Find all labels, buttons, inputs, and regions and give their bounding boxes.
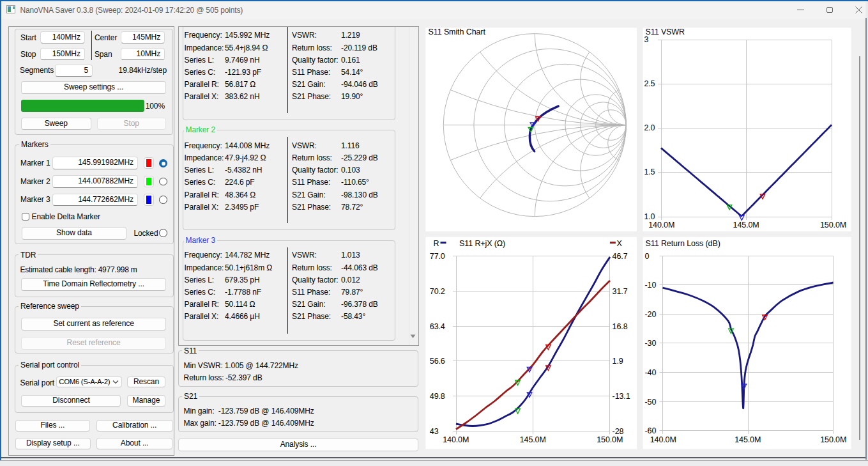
svg-text:16.8: 16.8 <box>613 322 628 331</box>
svg-text:145.0M: 145.0M <box>520 435 546 444</box>
svg-text:0: 0 <box>645 252 650 261</box>
svg-text:-60: -60 <box>645 426 657 435</box>
svg-text:2.0: 2.0 <box>644 123 655 132</box>
svg-text:2.5: 2.5 <box>644 79 655 88</box>
svg-text:140.0M: 140.0M <box>650 435 676 444</box>
svg-text:S11 Return Loss (dB): S11 Return Loss (dB) <box>646 239 720 248</box>
svg-text:150.0M: 150.0M <box>820 221 846 229</box>
svg-text:3: 3 <box>644 35 648 44</box>
svg-text:77.0: 77.0 <box>430 252 445 261</box>
svg-text:145.0M: 145.0M <box>733 221 759 229</box>
svg-text:-13.1: -13.1 <box>613 392 630 401</box>
svg-text:-10: -10 <box>645 281 657 290</box>
svg-text:-20: -20 <box>645 310 657 319</box>
svg-text:140.0M: 140.0M <box>443 435 469 444</box>
svg-text:-28: -28 <box>613 427 624 436</box>
svg-text:S11 Smith Chart: S11 Smith Chart <box>429 27 486 36</box>
svg-text:S11 VSWR: S11 VSWR <box>646 27 685 36</box>
svg-text:43: 43 <box>430 427 439 436</box>
svg-text:70.2: 70.2 <box>430 287 445 296</box>
svg-text:49.8: 49.8 <box>430 392 445 401</box>
svg-text:S11 R+jX (Ω): S11 R+jX (Ω) <box>459 239 505 248</box>
svg-text:1.5: 1.5 <box>644 167 655 176</box>
svg-text:R: R <box>434 239 439 248</box>
svg-text:31.7: 31.7 <box>613 287 628 296</box>
svg-text:150.0M: 150.0M <box>820 435 846 444</box>
svg-text:X: X <box>616 239 622 248</box>
svg-text:150.0M: 150.0M <box>597 435 623 444</box>
svg-text:56.6: 56.6 <box>430 357 445 366</box>
svg-text:-50: -50 <box>645 398 657 407</box>
svg-text:1.9: 1.9 <box>613 357 623 366</box>
svg-text:46.7: 46.7 <box>613 252 628 261</box>
svg-text:-40: -40 <box>645 368 657 377</box>
svg-text:63.4: 63.4 <box>430 322 445 331</box>
svg-text:145.0M: 145.0M <box>735 435 761 444</box>
svg-text:140.0M: 140.0M <box>648 221 674 229</box>
svg-text:-30: -30 <box>645 339 657 348</box>
